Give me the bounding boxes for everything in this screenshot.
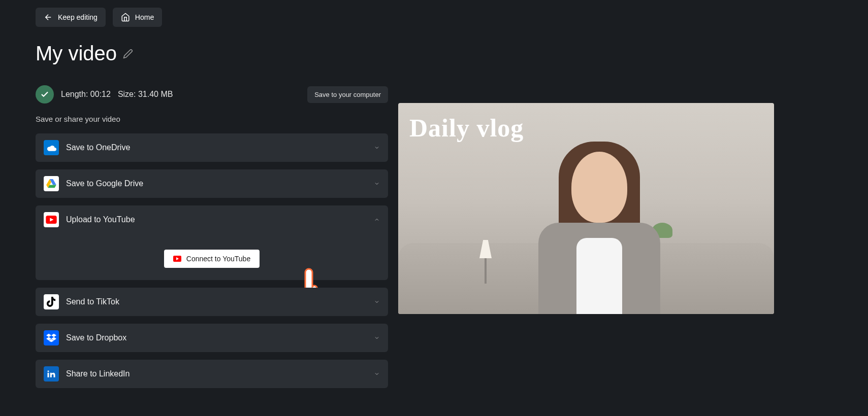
length-label: Length: 00:12: [61, 90, 111, 99]
tiktok-icon: [44, 294, 59, 309]
home-button[interactable]: Home: [113, 8, 162, 27]
share-item-youtube[interactable]: Upload to YouTube Connect to YouTube: [36, 205, 388, 280]
connect-area: Connect to YouTube: [44, 250, 380, 268]
linkedin-icon: [44, 366, 59, 382]
chevron-down-icon: [374, 335, 380, 341]
chevron-down-icon: [374, 181, 380, 187]
chevron-up-icon: [374, 217, 380, 223]
youtube-icon: [44, 212, 59, 227]
share-label: Share to LinkedIn: [66, 369, 367, 378]
video-title: My video: [36, 42, 117, 65]
share-label: Send to TikTok: [66, 297, 367, 306]
share-item-linkedin[interactable]: Share to LinkedIn: [36, 360, 388, 388]
google-drive-icon: [44, 176, 59, 191]
chevron-down-icon: [374, 371, 380, 377]
share-item-google-drive[interactable]: Save to Google Drive: [36, 169, 388, 198]
share-item-dropbox[interactable]: Save to Dropbox: [36, 324, 388, 352]
keep-editing-label: Keep editing: [58, 13, 98, 21]
arrow-left-icon: [44, 13, 53, 22]
size-label: Size: 31.40 MB: [118, 90, 173, 99]
chevron-down-icon: [374, 299, 380, 305]
section-label: Save or share your video: [36, 115, 388, 123]
preview-overlay-text: Daily vlog: [409, 113, 524, 143]
home-icon: [121, 13, 130, 22]
share-list: Save to OneDrive Save to Google Drive Up…: [36, 133, 388, 388]
main-content: My video Length: 00:12 Size: 31.40 MB Sa…: [0, 27, 868, 388]
left-panel: My video Length: 00:12 Size: 31.40 MB Sa…: [36, 42, 388, 388]
status-badge: [36, 85, 54, 103]
check-icon: [40, 90, 49, 99]
title-row: My video: [36, 42, 388, 65]
video-preview[interactable]: Daily vlog: [398, 103, 774, 314]
keep-editing-button[interactable]: Keep editing: [36, 8, 106, 27]
share-item-tiktok[interactable]: Send to TikTok: [36, 288, 388, 316]
connect-label: Connect to YouTube: [186, 255, 250, 263]
dropbox-icon: [44, 330, 59, 345]
chevron-down-icon: [374, 145, 380, 151]
connect-youtube-button[interactable]: Connect to YouTube: [164, 250, 260, 268]
info-row: Length: 00:12 Size: 31.40 MB Save to you…: [36, 85, 388, 103]
edit-icon[interactable]: [123, 49, 133, 59]
share-label: Save to Dropbox: [66, 333, 367, 342]
save-to-computer-button[interactable]: Save to your computer: [307, 86, 388, 103]
onedrive-icon: [44, 140, 59, 155]
youtube-mini-icon: [173, 256, 181, 262]
share-label: Save to OneDrive: [66, 143, 367, 152]
home-label: Home: [135, 13, 154, 21]
share-label: Save to Google Drive: [66, 179, 367, 188]
share-label: Upload to YouTube: [66, 215, 367, 224]
right-panel: Daily vlog: [398, 42, 832, 388]
top-bar: Keep editing Home: [0, 0, 868, 27]
share-item-onedrive[interactable]: Save to OneDrive: [36, 133, 388, 162]
preview-scene-person: [533, 131, 665, 314]
